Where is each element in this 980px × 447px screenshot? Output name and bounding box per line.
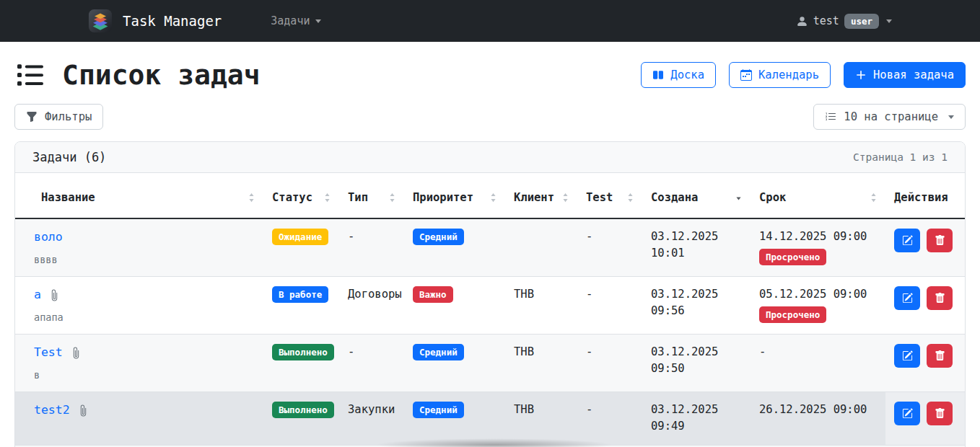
task-name-cell: воловввв [15,218,263,277]
actions-cell [885,335,965,392]
status-cell: Выполнено [263,335,339,392]
app-logo-icon [88,9,113,33]
test-cell: - [577,277,642,335]
due-cell: - [751,335,885,392]
column-header-1[interactable]: Название [15,173,263,218]
task-title-link[interactable]: воло [34,229,63,247]
created-line: 10:01 [651,245,742,262]
column-header-2[interactable]: Статус [263,173,339,218]
due-date: - [759,344,877,360]
test-cell: - [577,392,642,446]
column-header-3[interactable]: Тип [339,173,404,218]
pencil-square-icon [902,350,913,361]
created-line: 03.12.2025 [651,286,742,303]
column-header-4[interactable]: Приоритет [404,173,505,218]
user-role-badge: user [844,14,879,29]
column-header-9: Действия [885,173,965,218]
delete-button[interactable] [927,286,953,310]
due-cell: 05.12.2025 09:00Просрочено [751,277,885,335]
priority-badge: Средний [413,229,464,245]
actions-cell [885,218,965,277]
edit-button[interactable] [894,286,920,310]
column-label: Название [41,191,95,204]
status-cell: Выполнено [263,392,339,446]
chevron-down-icon [948,115,954,119]
board-button-label: Доска [670,68,704,81]
sort-icon [870,192,877,203]
chevron-down-icon [315,19,321,23]
created-line: 09:56 [651,303,742,319]
calendar-icon [740,69,752,81]
brand-link[interactable]: Task Manager [88,9,222,33]
task-name-cell: Testв [15,335,263,392]
edit-button[interactable] [894,402,920,425]
task-title-link[interactable]: test2 [34,402,70,420]
created-line: 09:50 [651,360,742,377]
paperclip-icon [77,404,89,417]
client-cell: ТНВ [505,335,577,392]
nav-tasks-menu[interactable]: Задачи [271,14,321,27]
list-icon [16,61,45,89]
plus-icon [855,69,867,81]
card-header: Задачи (6) Страница 1 из 1 [15,142,965,173]
pencil-square-icon [902,293,913,304]
sort-icon [389,192,395,203]
overdue-badge: Просрочено [759,249,826,265]
table-row[interactable]: воловвввОжидание-Средний-03.12.202510:01… [15,218,965,277]
trash-icon [935,235,945,246]
board-button[interactable]: Доска [641,62,716,88]
column-label: Клиент [514,191,554,204]
sort-icon [248,192,255,203]
created-line: 03.12.2025 [651,229,742,245]
delete-button[interactable] [927,229,953,252]
delete-button[interactable] [927,344,953,368]
due-date: 26.12.2025 09:00 [759,402,877,418]
pencil-square-icon [902,408,913,419]
task-title-link[interactable]: Test [34,344,63,362]
filters-button[interactable]: Фильтры [14,104,103,130]
type-cell: Закупки [339,392,404,446]
column-header-8[interactable]: Срок [751,173,885,218]
type-cell: - [339,335,404,392]
calendar-button-label: Календарь [758,68,819,81]
ordered-list-icon [825,111,836,123]
due-date: 14.12.2025 09:00 [759,229,877,245]
trash-icon [935,350,945,361]
created-cell: 03.12.202509:50 [642,335,751,392]
task-title-link[interactable]: a [34,286,41,304]
column-header-7[interactable]: Создана [642,173,751,218]
card-title: Задачи (6) [32,150,106,164]
priority-cell: Средний [404,392,505,446]
status-badge: Ожидание [272,229,328,245]
table-row[interactable]: aапапаВ работеДоговорыВажноТНВ-03.12.202… [15,277,965,335]
due-date: 05.12.2025 09:00 [759,286,877,303]
calendar-button[interactable]: Календарь [729,62,831,88]
table-header-row: НазваниеСтатусТипПриоритетКлиентTestСозд… [15,173,965,218]
task-name-cell: test2 [15,392,263,446]
task-subtitle: апапа [34,310,255,324]
delete-button[interactable] [927,402,953,425]
tasks-table: НазваниеСтатусТипПриоритетКлиентTestСозд… [15,173,965,447]
per-page-dropdown[interactable]: 10 на странице [813,104,966,130]
edit-button[interactable] [894,229,920,252]
page-title-text: Список задач [62,59,261,91]
filters-button-label: Фильтры [45,110,92,123]
column-label: Test [586,191,613,204]
table-row[interactable]: TestвВыполнено-СреднийТНВ-03.12.202509:5… [15,335,965,392]
column-header-5[interactable]: Клиент [505,173,577,218]
created-line: 03.12.2025 [651,344,742,360]
column-label: Срок [759,191,786,204]
created-line: 03.12.2025 [651,402,742,418]
user-menu[interactable]: test user [796,14,892,29]
edit-button[interactable] [894,344,920,368]
paperclip-icon [48,289,61,301]
column-header-6[interactable]: Test [577,173,642,218]
column-label: Приоритет [413,191,473,204]
board-columns-icon [652,69,664,81]
task-subtitle: в [34,368,255,382]
brand-title: Task Manager [123,13,222,29]
new-task-button[interactable]: Новая задача [844,62,966,88]
due-cell: 14.12.2025 09:00Просрочено [751,218,885,277]
client-cell: ТНВ [505,392,577,446]
table-row[interactable]: test2ВыполненоЗакупкиСреднийТНВ-03.12.20… [15,392,965,446]
